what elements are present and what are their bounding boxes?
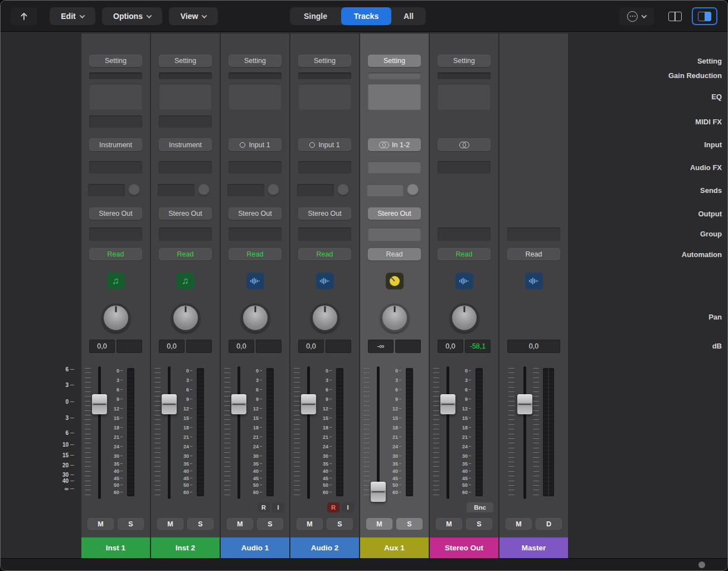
send-level-knob[interactable] [128, 184, 140, 196]
segment-tracks[interactable]: Tracks [341, 7, 391, 25]
send-level-knob[interactable] [198, 184, 210, 196]
fader-cap[interactable] [231, 394, 246, 414]
segment-single[interactable]: Single [290, 7, 341, 25]
solo-button[interactable]: S [257, 518, 283, 530]
dual-pane-button[interactable] [692, 7, 717, 25]
more-options-button[interactable] [619, 7, 654, 25]
eq-display[interactable] [89, 84, 142, 110]
pan-knob[interactable] [241, 303, 270, 332]
audio-fx-slot[interactable] [368, 161, 421, 173]
dim-button[interactable]: D [536, 518, 562, 530]
group-slot[interactable] [298, 228, 351, 241]
track-name[interactable]: Stereo Out [430, 537, 498, 558]
eq-display[interactable] [229, 84, 282, 110]
input-monitor-button[interactable]: I [272, 502, 284, 512]
fader-cap[interactable] [301, 394, 316, 414]
mute-button[interactable]: M [366, 518, 392, 530]
audio-fx-slot[interactable] [298, 161, 351, 173]
peak-level-display[interactable] [256, 340, 282, 353]
peak-level-display[interactable]: -58,1 [465, 340, 491, 353]
solo-button[interactable]: S [396, 518, 423, 530]
group-slot[interactable] [368, 228, 421, 241]
send-level-knob[interactable] [407, 184, 419, 196]
input-button[interactable]: Instrument [159, 138, 212, 151]
eq-display[interactable] [298, 84, 351, 110]
volume-db-display[interactable]: 0,0 [507, 340, 560, 353]
sends-slot[interactable] [367, 184, 404, 196]
mute-button[interactable]: M [297, 518, 323, 530]
group-slot[interactable] [438, 228, 491, 241]
solo-button[interactable]: S [187, 518, 213, 530]
midi-fx-slot[interactable] [89, 115, 142, 128]
automation-mode-button[interactable]: Read [507, 248, 560, 260]
setting-button[interactable]: Setting [368, 55, 421, 67]
solo-button[interactable]: S [466, 518, 492, 530]
sends-slot[interactable] [88, 184, 125, 196]
audio-fx-slot[interactable] [89, 161, 142, 173]
input-monitor-button[interactable]: I [342, 502, 354, 512]
automation-mode-button[interactable]: Read [159, 248, 212, 260]
eq-display[interactable] [159, 84, 212, 110]
setting-button[interactable]: Setting [89, 55, 142, 67]
mute-button[interactable]: M [436, 518, 462, 530]
view-menu-button[interactable]: View [169, 7, 218, 25]
automation-mode-button[interactable]: Read [438, 248, 491, 260]
output-button[interactable]: Stereo Out [89, 207, 142, 220]
setting-button[interactable]: Setting [229, 55, 282, 67]
record-enable-button[interactable]: R [258, 502, 270, 512]
send-level-knob[interactable] [337, 184, 349, 196]
automation-mode-button[interactable]: Read [229, 248, 282, 260]
pan-knob[interactable] [450, 303, 479, 332]
mute-button[interactable]: M [227, 518, 253, 530]
peak-level-display[interactable] [117, 340, 142, 353]
automation-mode-button[interactable]: Read [298, 248, 351, 260]
audio-fx-slot[interactable] [229, 161, 282, 173]
pan-knob[interactable] [101, 303, 130, 332]
volume-db-display[interactable]: 0,0 [89, 340, 115, 353]
scrollbar-handle[interactable] [698, 562, 705, 568]
track-name[interactable]: Inst 1 [81, 537, 150, 558]
mute-button[interactable]: M [88, 518, 114, 530]
input-button[interactable]: Instrument [89, 138, 142, 151]
input-button[interactable] [438, 138, 491, 151]
mute-button[interactable]: M [506, 518, 532, 530]
edit-menu-button[interactable]: Edit [50, 7, 95, 25]
sends-slot[interactable] [227, 184, 264, 196]
group-slot[interactable] [507, 228, 560, 241]
fader-cap[interactable] [371, 482, 386, 502]
pan-knob[interactable] [310, 303, 339, 332]
track-name[interactable]: Audio 1 [221, 537, 289, 558]
record-enable-button[interactable]: R [327, 502, 339, 512]
input-button[interactable]: Input 1 [298, 138, 351, 151]
peak-level-display[interactable] [186, 340, 212, 353]
volume-db-display[interactable]: 0,0 [298, 340, 324, 353]
solo-button[interactable]: S [327, 518, 353, 530]
input-button[interactable]: Input 1 [229, 138, 282, 151]
sends-slot[interactable] [158, 184, 195, 196]
segment-all[interactable]: All [391, 7, 426, 25]
fader-cap[interactable] [517, 394, 532, 414]
track-name[interactable]: Audio 2 [290, 537, 359, 558]
pan-knob[interactable] [171, 303, 200, 332]
volume-db-display[interactable]: 0,0 [229, 340, 254, 353]
fader-cap[interactable] [92, 394, 107, 414]
track-name[interactable]: Inst 2 [151, 537, 220, 558]
bounce-button[interactable]: Bnc [467, 502, 493, 512]
midi-fx-slot[interactable] [159, 115, 212, 128]
fader-cap[interactable] [440, 394, 455, 414]
single-pane-button[interactable] [664, 7, 686, 25]
output-button[interactable]: Stereo Out [159, 207, 212, 220]
volume-db-display[interactable]: 0,0 [438, 340, 463, 353]
up-arrow-button[interactable] [11, 7, 37, 25]
peak-level-display[interactable] [326, 340, 351, 353]
automation-mode-button[interactable]: Read [368, 248, 421, 260]
fader-cap[interactable] [162, 394, 177, 414]
setting-button[interactable]: Setting [298, 55, 351, 67]
output-button[interactable]: Stereo Out [298, 207, 351, 220]
audio-fx-slot[interactable] [438, 161, 491, 173]
options-menu-button[interactable]: Options [102, 7, 162, 25]
track-name[interactable]: Aux 1 [360, 537, 429, 558]
eq-display[interactable] [438, 84, 491, 110]
solo-button[interactable]: S [118, 518, 144, 530]
setting-button[interactable]: Setting [159, 55, 212, 67]
